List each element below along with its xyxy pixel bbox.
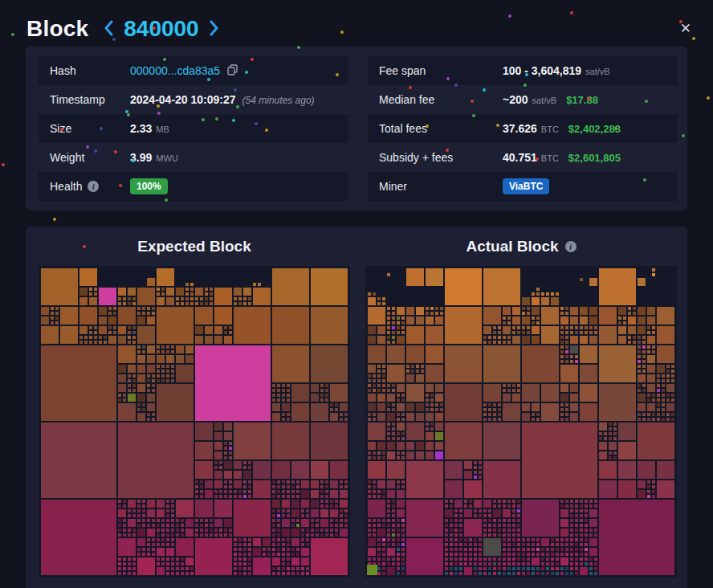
health-label: Health: [50, 180, 82, 193]
timestamp-label: Timestamp: [50, 93, 130, 106]
median-fee-row: Median fee ~200 sat/vB $17.88: [368, 85, 678, 114]
median-fee-unit: sat/vB: [532, 96, 557, 105]
block-details-left-table: Hash 000000...cda83a5 Timestamp 2024-04-…: [39, 56, 348, 201]
weight-row: Weight 3.99 MWU: [39, 143, 348, 172]
weight-label: Weight: [50, 151, 130, 164]
actual-block-section: Actual Block i: [365, 237, 677, 578]
health-badge[interactable]: 100%: [130, 178, 168, 194]
page-header: Block 840000 ✕: [0, 0, 713, 47]
subsidy-fees-unit: BTC: [541, 153, 559, 163]
weight-unit: MWU: [156, 153, 178, 163]
fee-span-value: 100 - 3,604,819: [503, 64, 581, 77]
block-visualization-panel: Expected Block Actual Block i: [26, 227, 687, 588]
copy-icon[interactable]: [227, 64, 238, 79]
fee-span-label: Fee span: [379, 64, 503, 77]
median-fee-value: ~200: [503, 93, 528, 106]
health-info-icon[interactable]: i: [88, 181, 99, 192]
median-fee-label: Median fee: [379, 93, 503, 106]
health-row: Health i 100%: [39, 172, 348, 201]
timestamp-relative: (54 minutes ago): [242, 95, 315, 106]
confetti-dot: [707, 96, 710, 100]
next-block-button[interactable]: [205, 18, 224, 41]
confetti-dot: [53, 218, 56, 221]
size-row: Size 2.33 MB: [39, 114, 348, 143]
total-fees-row: Total fees 37.626 BTC $2,402,283: [368, 114, 678, 143]
block-details-right-table: Fee span 100 - 3,604,819 sat/vB Median f…: [368, 56, 678, 201]
hash-row: Hash 000000...cda83a5: [39, 56, 348, 85]
actual-block-info-icon[interactable]: i: [565, 241, 577, 252]
size-label: Size: [50, 122, 130, 135]
miner-badge[interactable]: ViaBTC: [503, 178, 549, 194]
close-button[interactable]: ✕: [677, 18, 695, 39]
expected-block-title: Expected Block: [39, 238, 350, 255]
previous-block-button[interactable]: [99, 18, 118, 41]
size-value: 2.33: [130, 122, 152, 135]
miner-row: Miner ViaBTC: [368, 172, 678, 201]
subsidy-fees-label: Subsidy + fees: [379, 151, 503, 164]
actual-block-title-text: Actual Block: [466, 238, 558, 255]
fee-span-unit: sat/vB: [585, 67, 610, 76]
timestamp-value: 2024-04-20 10:09:27: [130, 93, 236, 106]
actual-block-visual[interactable]: [365, 266, 677, 578]
confetti-dot: [2, 163, 5, 166]
miner-label: Miner: [379, 180, 503, 193]
total-fees-value: 37.626: [503, 122, 537, 135]
expected-block-visual[interactable]: [39, 266, 350, 578]
hash-link[interactable]: 000000...cda83a5: [130, 64, 220, 77]
timestamp-row: Timestamp 2024-04-20 10:09:27 (54 minute…: [39, 85, 348, 114]
block-height-link[interactable]: 840000: [124, 16, 198, 42]
subsidy-fees-row: Subsidy + fees 40.751 BTC $2,601,805: [368, 143, 678, 172]
actual-block-title: Actual Block i: [365, 238, 677, 255]
median-fee-usd: $17.88: [566, 94, 598, 106]
subsidy-fees-value: 40.751: [503, 151, 537, 164]
chevron-left-icon: [102, 19, 115, 39]
total-fees-usd: $2,402,283: [568, 123, 621, 135]
total-fees-label: Total fees: [379, 122, 503, 135]
block-navigation: 840000: [99, 16, 223, 42]
expected-block-title-text: Expected Block: [137, 238, 251, 255]
page-title: Block: [26, 16, 88, 42]
chevron-right-icon: [208, 19, 221, 39]
hash-label: Hash: [50, 64, 130, 77]
total-fees-unit: BTC: [541, 125, 559, 134]
block-details-panel: Hash 000000...cda83a5 Timestamp 2024-04-…: [26, 47, 687, 210]
expected-block-section: Expected Block: [39, 237, 350, 578]
fee-span-row: Fee span 100 - 3,604,819 sat/vB: [368, 56, 678, 85]
size-unit: MB: [156, 125, 169, 134]
weight-value: 3.99: [130, 151, 152, 164]
subsidy-fees-usd: $2,601,805: [568, 152, 621, 164]
